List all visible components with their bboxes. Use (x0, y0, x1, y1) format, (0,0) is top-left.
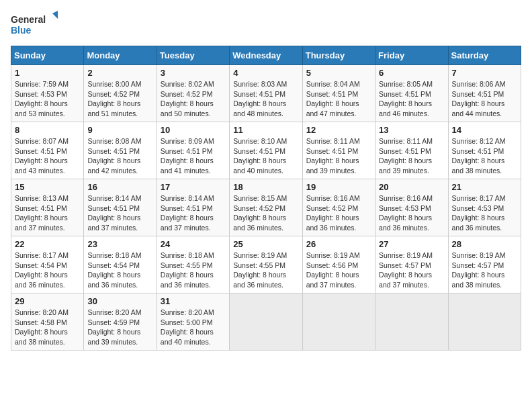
cell-content: Sunrise: 8:14 AMSunset: 4:51 PMDaylight:… (161, 193, 226, 233)
day-number: 6 (379, 68, 444, 78)
svg-text:Blue: Blue (11, 25, 32, 36)
cell-content: Sunrise: 7:59 AMSunset: 4:53 PMDaylight:… (15, 79, 80, 119)
day-number: 20 (379, 182, 444, 192)
calendar-cell: 16Sunrise: 8:14 AMSunset: 4:51 PMDayligh… (84, 179, 157, 236)
calendar-cell: 23Sunrise: 8:18 AMSunset: 4:54 PMDayligh… (84, 236, 157, 293)
svg-marker-2 (52, 11, 58, 19)
calendar-cell: 13Sunrise: 8:11 AMSunset: 4:51 PMDayligh… (375, 122, 448, 179)
col-header-wednesday: Wednesday (230, 46, 302, 65)
day-number: 7 (452, 68, 517, 78)
calendar-cell: 1Sunrise: 7:59 AMSunset: 4:53 PMDaylight… (11, 65, 84, 122)
col-header-sunday: Sunday (11, 46, 84, 65)
cell-content: Sunrise: 8:08 AMSunset: 4:51 PMDaylight:… (87, 136, 152, 176)
day-number: 29 (15, 296, 80, 306)
cell-content: Sunrise: 8:13 AMSunset: 4:51 PMDaylight:… (15, 193, 80, 233)
svg-text:General: General (11, 14, 46, 25)
calendar-cell: 28Sunrise: 8:19 AMSunset: 4:57 PMDayligh… (448, 236, 521, 293)
cell-content: Sunrise: 8:17 AMSunset: 4:54 PMDaylight:… (15, 250, 80, 290)
calendar-cell: 20Sunrise: 8:16 AMSunset: 4:53 PMDayligh… (375, 179, 448, 236)
day-number: 17 (161, 182, 226, 192)
calendar-cell: 18Sunrise: 8:15 AMSunset: 4:52 PMDayligh… (230, 179, 302, 236)
day-number: 25 (233, 239, 298, 249)
calendar-cell: 26Sunrise: 8:19 AMSunset: 4:56 PMDayligh… (302, 236, 375, 293)
calendar-cell: 17Sunrise: 8:14 AMSunset: 4:51 PMDayligh… (157, 179, 229, 236)
day-number: 22 (15, 239, 80, 249)
calendar-cell (375, 293, 448, 351)
cell-content: Sunrise: 8:02 AMSunset: 4:52 PMDaylight:… (161, 79, 226, 119)
cell-content: Sunrise: 8:20 AMSunset: 4:59 PMDaylight:… (87, 308, 152, 347)
cell-content: Sunrise: 8:11 AMSunset: 4:51 PMDaylight:… (379, 136, 444, 176)
cell-content: Sunrise: 8:04 AMSunset: 4:51 PMDaylight:… (306, 79, 371, 119)
day-number: 2 (87, 68, 152, 78)
day-number: 23 (87, 239, 152, 249)
cell-content: Sunrise: 8:19 AMSunset: 4:56 PMDaylight:… (306, 250, 371, 290)
day-number: 26 (306, 239, 371, 249)
day-number: 13 (379, 125, 444, 135)
col-header-friday: Friday (375, 46, 448, 65)
calendar-cell: 14Sunrise: 8:12 AMSunset: 4:51 PMDayligh… (448, 122, 521, 179)
day-number: 18 (233, 182, 298, 192)
day-number: 31 (161, 296, 226, 306)
calendar-cell: 21Sunrise: 8:17 AMSunset: 4:53 PMDayligh… (448, 179, 521, 236)
calendar-cell (230, 293, 302, 351)
calendar-body: 1Sunrise: 7:59 AMSunset: 4:53 PMDaylight… (11, 65, 521, 351)
calendar-week-2: 8Sunrise: 8:07 AMSunset: 4:51 PMDaylight… (11, 122, 521, 179)
calendar-cell: 4Sunrise: 8:03 AMSunset: 4:51 PMDaylight… (230, 65, 302, 122)
day-number: 4 (233, 68, 298, 78)
calendar-cell: 2Sunrise: 8:00 AMSunset: 4:52 PMDaylight… (84, 65, 157, 122)
calendar-cell: 8Sunrise: 8:07 AMSunset: 4:51 PMDaylight… (11, 122, 84, 179)
calendar-cell: 24Sunrise: 8:18 AMSunset: 4:55 PMDayligh… (157, 236, 229, 293)
cell-content: Sunrise: 8:19 AMSunset: 4:57 PMDaylight:… (452, 250, 517, 290)
calendar-cell: 3Sunrise: 8:02 AMSunset: 4:52 PMDaylight… (157, 65, 229, 122)
cell-content: Sunrise: 8:06 AMSunset: 4:51 PMDaylight:… (452, 79, 517, 119)
day-number: 10 (161, 125, 226, 135)
day-number: 27 (379, 239, 444, 249)
day-number: 5 (306, 68, 371, 78)
calendar-week-4: 22Sunrise: 8:17 AMSunset: 4:54 PMDayligh… (11, 236, 521, 293)
calendar-cell: 7Sunrise: 8:06 AMSunset: 4:51 PMDaylight… (448, 65, 521, 122)
cell-content: Sunrise: 8:14 AMSunset: 4:51 PMDaylight:… (87, 193, 152, 233)
cell-content: Sunrise: 8:19 AMSunset: 4:57 PMDaylight:… (379, 250, 444, 290)
col-header-thursday: Thursday (302, 46, 375, 65)
day-number: 11 (233, 125, 298, 135)
cell-content: Sunrise: 8:16 AMSunset: 4:52 PMDaylight:… (306, 193, 371, 233)
calendar-cell: 5Sunrise: 8:04 AMSunset: 4:51 PMDaylight… (302, 65, 375, 122)
day-number: 14 (452, 125, 517, 135)
day-number: 12 (306, 125, 371, 135)
cell-content: Sunrise: 8:10 AMSunset: 4:51 PMDaylight:… (233, 136, 298, 176)
calendar-cell: 22Sunrise: 8:17 AMSunset: 4:54 PMDayligh… (11, 236, 84, 293)
logo: General Blue (11, 11, 58, 38)
calendar-cell (448, 293, 521, 351)
page-header: General Blue (11, 11, 521, 38)
day-number: 8 (15, 125, 80, 135)
day-number: 15 (15, 182, 80, 192)
calendar-cell: 15Sunrise: 8:13 AMSunset: 4:51 PMDayligh… (11, 179, 84, 236)
cell-content: Sunrise: 8:07 AMSunset: 4:51 PMDaylight:… (15, 136, 80, 176)
calendar-cell (302, 293, 375, 351)
day-number: 19 (306, 182, 371, 192)
cell-content: Sunrise: 8:17 AMSunset: 4:53 PMDaylight:… (452, 193, 517, 233)
calendar-week-3: 15Sunrise: 8:13 AMSunset: 4:51 PMDayligh… (11, 179, 521, 236)
calendar-cell: 19Sunrise: 8:16 AMSunset: 4:52 PMDayligh… (302, 179, 375, 236)
col-header-saturday: Saturday (448, 46, 521, 65)
calendar-cell: 25Sunrise: 8:19 AMSunset: 4:55 PMDayligh… (230, 236, 302, 293)
cell-content: Sunrise: 8:16 AMSunset: 4:53 PMDaylight:… (379, 193, 444, 233)
calendar-header: SundayMondayTuesdayWednesdayThursdayFrid… (11, 46, 521, 65)
calendar-cell: 31Sunrise: 8:20 AMSunset: 5:00 PMDayligh… (157, 293, 229, 351)
day-number: 1 (15, 68, 80, 78)
cell-content: Sunrise: 8:03 AMSunset: 4:51 PMDaylight:… (233, 79, 298, 119)
calendar-table: SundayMondayTuesdayWednesdayThursdayFrid… (11, 46, 521, 351)
day-number: 30 (87, 296, 152, 306)
day-number: 28 (452, 239, 517, 249)
calendar-cell: 29Sunrise: 8:20 AMSunset: 4:58 PMDayligh… (11, 293, 84, 351)
cell-content: Sunrise: 8:00 AMSunset: 4:52 PMDaylight:… (87, 79, 152, 119)
cell-content: Sunrise: 8:20 AMSunset: 5:00 PMDaylight:… (161, 308, 226, 347)
day-number: 24 (161, 239, 226, 249)
cell-content: Sunrise: 8:05 AMSunset: 4:51 PMDaylight:… (379, 79, 444, 119)
header-row: SundayMondayTuesdayWednesdayThursdayFrid… (11, 46, 521, 65)
calendar-cell: 30Sunrise: 8:20 AMSunset: 4:59 PMDayligh… (84, 293, 157, 351)
day-number: 16 (87, 182, 152, 192)
cell-content: Sunrise: 8:18 AMSunset: 4:54 PMDaylight:… (87, 250, 152, 290)
calendar-cell: 6Sunrise: 8:05 AMSunset: 4:51 PMDaylight… (375, 65, 448, 122)
cell-content: Sunrise: 8:09 AMSunset: 4:51 PMDaylight:… (161, 136, 226, 176)
